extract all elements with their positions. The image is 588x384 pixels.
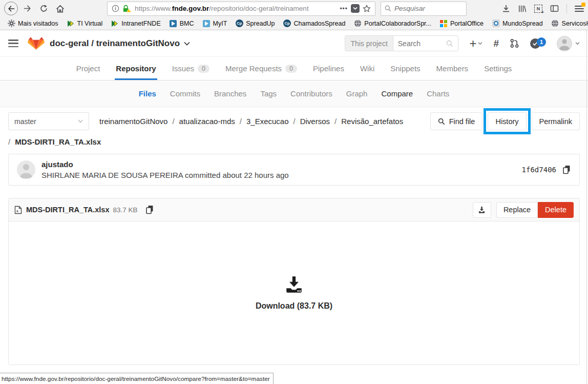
tab-wiki[interactable]: Wiki [359,57,375,80]
search-icon [385,5,391,12]
breadcrumb-link[interactable]: Revisão_artefatos [341,117,403,126]
library-icon[interactable] [518,5,527,13]
delete-button[interactable]: Delete [538,202,574,218]
bookmark-star-icon[interactable] [363,5,371,13]
subtab-branches[interactable]: Branches [214,89,246,98]
window-edge [586,30,587,384]
gitlab-search-input[interactable] [393,39,447,48]
project-tabs: Project Repository Issues0 Merge Request… [0,57,588,80]
commit-title[interactable]: ajustado [41,160,289,169]
tab-issues[interactable]: Issues0 [171,57,211,80]
bookmark-label: ChamadosSpread [294,20,346,27]
lock-warning-icon[interactable] [122,5,132,13]
gear-icon [7,19,15,28]
subtab-tags[interactable]: Tags [260,89,277,98]
reload-button[interactable] [36,2,51,16]
back-button[interactable] [4,2,18,15]
menu-icon[interactable] [575,4,584,13]
project-title[interactable]: doc-geral / treinamentoGitNovo [50,38,190,49]
breadcrumb-link[interactable]: treinamentoGitNovo [99,117,167,126]
tab-merge-requests[interactable]: Merge Requests0 [224,57,298,80]
user-menu[interactable] [557,36,580,51]
browser-toolbar: https://www.fnde.gov.br/repositorio/doc-… [0,0,588,17]
tab-project[interactable]: Project [75,57,101,80]
url-bar[interactable]: https://www.fnde.gov.br/repositorio/doc-… [107,2,375,16]
page-actions-icon[interactable]: ••• [340,5,348,12]
bookmark-myit[interactable]: MyIT [198,17,232,30]
replace-button[interactable]: Replace [496,202,538,218]
bookmark-chamados-spread[interactable]: Cp ChamadosSpread [279,17,350,30]
forward-button[interactable] [20,2,34,16]
onenote-clipper-icon[interactable]: N+ [534,5,542,13]
subtab-compare[interactable]: Compare [381,89,413,98]
bookmark-ti-virtual[interactable]: TI Virtual [62,17,107,30]
commit-author[interactable]: SHIRLANE MARIA DE SOUSA PEREIRA [41,171,183,179]
new-menu-button[interactable]: + [469,38,482,49]
bookmark-label: SpreadUp [246,20,275,27]
gitlab-logo[interactable] [28,35,45,51]
history-button[interactable]: History [488,112,526,130]
bookmark-label: MyIT [213,20,227,27]
back-arrow-icon [8,5,15,12]
download-file-button[interactable] [473,202,491,218]
file-holder: x MDS-DIRTI_RA_TA.xlsx 83.7 KB Replace D… [8,198,580,365]
subtab-commits[interactable]: Commits [170,89,200,98]
breadcrumb-link[interactable]: atualizacao-mds [179,117,235,126]
todo-count-badge: 1 [537,37,546,47]
breadcrumb-link[interactable]: 3_Execucao [246,117,289,126]
breadcrumb-link[interactable]: Diversos [300,117,330,126]
chevron-down-icon [184,42,190,46]
bookmark-mais-visitados[interactable]: Mais visitados [3,17,62,30]
search-input[interactable] [394,5,451,12]
gitlab-navbar: doc-geral / treinamentoGitNovo This proj… [0,30,588,57]
gitlab-menu-icon[interactable] [8,39,18,47]
status-bar-url: https://www.fnde.gov.br/repositorio/doc-… [0,373,274,384]
current-file-crumb: MDS-DIRTI_RA_TA.xlsx [15,137,101,146]
subtab-files[interactable]: Files [139,89,156,98]
sidebar-toggle-icon[interactable] [550,5,559,12]
bookmark-mundo-spread[interactable]: MundoSpread [488,17,547,30]
gitlab-search-box[interactable]: This project [345,35,458,51]
todos-button[interactable]: 1 [530,38,546,49]
file-header: x MDS-DIRTI_RA_TA.xlsx 83.7 KB Replace D… [9,198,579,221]
commit-author-avatar [17,160,35,179]
search-scope-chip[interactable]: This project [345,36,393,51]
bookmark-bmc[interactable]: BMC [165,17,198,30]
tab-settings[interactable]: Settings [483,57,513,80]
svg-text:x: x [16,209,18,213]
bookmark-spreadup[interactable]: Cp SpreadUp [231,17,279,30]
copy-commit-sha-icon[interactable] [562,165,571,174]
tab-snippets[interactable]: Snippets [389,57,421,80]
permalink-button[interactable]: Permalink [532,112,580,130]
bookmark-servicos-homolog[interactable]: ServicosHomolog [547,17,588,30]
branch-selector[interactable]: master [8,112,89,130]
microsoft-icon [439,19,448,28]
download-icon[interactable] [284,275,304,294]
merge-requests-icon[interactable] [510,38,519,48]
find-file-button[interactable]: Find file [430,112,483,130]
bookmark-portal-colaborador[interactable]: PortalColaboradorSpr... [349,17,435,30]
subtab-charts[interactable]: Charts [427,89,449,98]
activity-button[interactable]: # [493,38,499,49]
page-info-icon[interactable] [112,5,119,12]
bookmark-intranet-fnde[interactable]: IntranetFNDE [107,17,164,30]
bookmark-label: ServicosHomolog [562,20,588,27]
green-arrow-icon [111,19,119,28]
mr-count-badge: 0 [285,65,297,73]
subtab-contributors[interactable]: Contributors [290,89,332,98]
tab-repository[interactable]: Repository [115,57,157,80]
subtab-graph[interactable]: Graph [346,89,368,98]
copy-file-path-icon[interactable] [145,205,154,214]
download-link[interactable]: Download (83.7 KB) [256,301,332,311]
tab-members[interactable]: Members [435,57,470,80]
reload-icon [40,5,48,12]
downloads-icon[interactable] [502,5,510,13]
bookmark-portal-office[interactable]: PortalOffice [435,17,488,30]
browser-search-bar[interactable] [381,2,467,16]
tab-pipelines[interactable]: Pipelines [312,57,345,80]
globe-icon [353,19,362,28]
pocket-icon[interactable] [351,4,360,13]
home-button[interactable] [53,2,67,16]
url-text: https://www.fnde.gov.br/repositorio/doc-… [135,5,337,12]
branch-name: master [14,117,36,126]
